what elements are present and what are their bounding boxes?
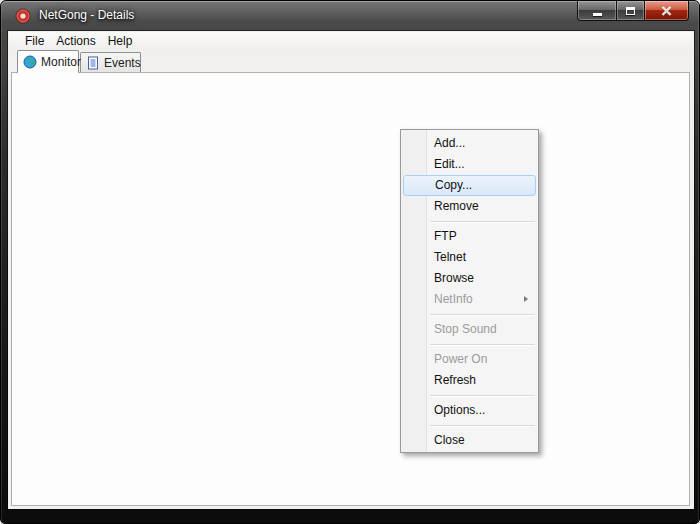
tab-label: Events — [104, 56, 141, 70]
window-title: NetGong - Details — [39, 1, 134, 31]
menu-item-telnet[interactable]: Telnet — [403, 247, 536, 268]
maximize-button[interactable] — [616, 1, 645, 21]
menu-item-close[interactable]: Close — [403, 430, 536, 451]
menubar: File Actions Help — [9, 32, 693, 50]
minimize-button[interactable] — [577, 1, 616, 21]
tab-panel — [11, 72, 690, 506]
menu-help[interactable]: Help — [102, 33, 139, 50]
menu-separator — [430, 395, 535, 396]
minimize-icon — [593, 13, 602, 16]
menu-actions[interactable]: Actions — [50, 33, 101, 50]
menu-separator — [430, 314, 535, 315]
menu-item-copy[interactable]: Copy... — [403, 175, 536, 196]
menu-item-ftp[interactable]: FTP — [403, 226, 536, 247]
menu-item-refresh[interactable]: Refresh — [403, 370, 536, 391]
menu-item-browse[interactable]: Browse — [403, 268, 536, 289]
menu-separator — [430, 344, 535, 345]
maximize-icon — [626, 7, 635, 15]
menu-item-options[interactable]: Options... — [403, 400, 536, 421]
close-icon — [661, 6, 672, 16]
context-menu: Add... Edit... Copy... Remove FTP Telnet… — [400, 129, 539, 453]
globe-icon — [23, 55, 37, 69]
menu-item-add[interactable]: Add... — [403, 133, 536, 154]
events-document-icon — [86, 56, 100, 70]
menu-file[interactable]: File — [19, 33, 50, 50]
menu-separator — [430, 425, 535, 426]
submenu-arrow-icon — [524, 296, 528, 302]
menu-item-remove[interactable]: Remove — [403, 196, 536, 217]
tab-events[interactable]: Events — [80, 52, 141, 73]
menu-item-stop-sound: Stop Sound — [403, 319, 536, 340]
tab-label: Monitor — [41, 55, 81, 69]
tab-monitor[interactable]: Monitor — [17, 50, 79, 73]
menu-item-edit[interactable]: Edit... — [403, 154, 536, 175]
menu-separator — [430, 221, 535, 222]
app-icon[interactable] — [15, 8, 31, 24]
menu-item-netinfo: NetInfo — [403, 289, 536, 310]
close-button[interactable] — [645, 1, 689, 21]
titlebar[interactable]: NetGong - Details — [1, 1, 699, 31]
window-controls — [577, 1, 689, 21]
app-window: NetGong - Details File Actions Help — [0, 0, 700, 524]
menu-item-power-on: Power On — [403, 349, 536, 370]
